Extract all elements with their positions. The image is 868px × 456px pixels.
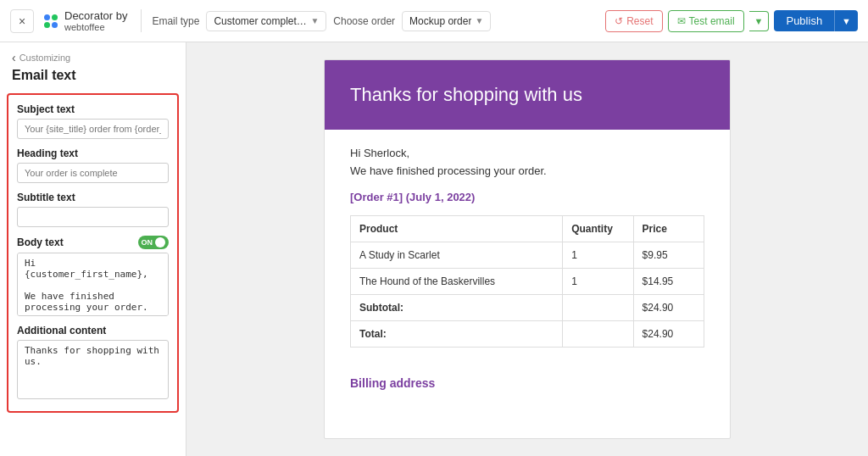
- table-row-subtotal: Subtotal: $24.90: [351, 295, 704, 321]
- heading-label: Heading text: [17, 147, 169, 159]
- email-type-select[interactable]: Customer completed or... ▼: [206, 11, 326, 31]
- choose-order-value: Mockup order: [409, 15, 471, 27]
- body-label-row: Body text ON: [17, 236, 169, 249]
- total-qty: [563, 321, 633, 348]
- additional-textarea[interactable]: Thanks for shopping with us.: [17, 340, 169, 399]
- subject-input[interactable]: [17, 119, 169, 139]
- price-cell: $9.95: [633, 242, 704, 269]
- email-type-chevron: ▼: [310, 16, 319, 25]
- subject-group: Subject text: [17, 103, 169, 139]
- email-body-text: We have finished processing your order.: [350, 164, 704, 177]
- email-greeting: Hi Sherlock,: [350, 147, 704, 159]
- price-cell: $14.95: [633, 269, 704, 295]
- sidebar-title: Email text: [0, 68, 186, 93]
- additional-group: Additional content Thanks for shopping w…: [17, 325, 169, 399]
- preview-area: Thanks for shopping with us Hi Sherlock,…: [186, 42, 868, 456]
- logo-dot-blue: [44, 14, 50, 20]
- choose-order-chevron: ▼: [475, 16, 483, 25]
- subtitle-group: Subtitle text: [17, 192, 169, 227]
- reset-button[interactable]: ↺ Reset: [605, 10, 662, 32]
- main: ‹ Customizing Email text Subject text He…: [0, 42, 868, 456]
- choose-order-select[interactable]: Mockup order ▼: [402, 11, 491, 31]
- subtotal-label: Subtotal:: [351, 295, 563, 321]
- product-cell: A Study in Scarlet: [351, 242, 563, 269]
- topbar-controls: Email type Customer completed or... ▼ Ch…: [152, 11, 595, 31]
- publish-dropdown[interactable]: ▼: [834, 10, 858, 31]
- qty-cell: 1: [563, 269, 633, 295]
- test-email-label: Test email: [689, 15, 735, 27]
- test-email-button[interactable]: ✉ Test email: [668, 10, 744, 32]
- email-type-value: Customer completed or...: [214, 15, 307, 27]
- subtotal-value: $24.90: [633, 295, 704, 321]
- body-group: Body text ON Hi {customer_first_name}, W…: [17, 236, 169, 316]
- logo-dot-green: [52, 14, 58, 20]
- email-body: Hi Sherlock, We have finished processing…: [325, 130, 730, 364]
- test-email-dropdown[interactable]: ▼: [749, 11, 770, 31]
- publish-button[interactable]: Publish: [774, 10, 834, 31]
- reset-label: Reset: [626, 15, 653, 27]
- topbar-actions: ↺ Reset ✉ Test email ▼ Publish ▼: [605, 10, 858, 32]
- email-header: Thanks for shopping with us: [325, 60, 730, 130]
- publish-group: Publish ▼: [774, 10, 858, 31]
- email-type-label: Email type: [152, 15, 199, 27]
- sidebar: ‹ Customizing Email text Subject text He…: [0, 42, 186, 456]
- sidebar-form: Subject text Heading text Subtitle text …: [7, 93, 179, 413]
- toggle-circle: [155, 237, 165, 247]
- brand-logo: [44, 14, 58, 28]
- table-row: A Study in Scarlet 1 $9.95: [351, 242, 704, 269]
- subtitle-label: Subtitle text: [17, 192, 169, 203]
- logo-dot-green2: [44, 22, 50, 28]
- breadcrumb: ‹ Customizing: [0, 42, 186, 68]
- col-product-header: Product: [351, 216, 563, 242]
- email-icon: ✉: [677, 15, 686, 27]
- heading-group: Heading text: [17, 147, 169, 183]
- order-table: Product Quantity Price A Study in Scarle…: [350, 215, 704, 348]
- col-qty-header: Quantity: [563, 216, 633, 242]
- billing-title: Billing address: [350, 376, 704, 390]
- email-card: Thanks for shopping with us Hi Sherlock,…: [324, 59, 731, 439]
- brand: Decorator by webtoffee: [44, 9, 142, 32]
- logo-dot-blue2: [52, 22, 58, 28]
- subject-label: Subject text: [17, 103, 169, 115]
- additional-label: Additional content: [17, 325, 169, 336]
- total-label: Total:: [351, 321, 563, 348]
- topbar: × Decorator by webtoffee Email type Cust…: [0, 0, 868, 42]
- email-header-title: Thanks for shopping with us: [350, 84, 704, 106]
- close-button[interactable]: ×: [10, 9, 34, 33]
- body-label: Body text: [17, 236, 64, 248]
- back-arrow[interactable]: ‹: [12, 51, 16, 64]
- table-row-total: Total: $24.90: [351, 321, 704, 348]
- billing-section: Billing address: [325, 364, 730, 390]
- heading-input[interactable]: [17, 163, 169, 183]
- body-textarea[interactable]: Hi {customer_first_name}, We have finish…: [17, 253, 169, 316]
- col-price-header: Price: [633, 216, 704, 242]
- choose-order-label: Choose order: [333, 15, 395, 27]
- body-toggle[interactable]: ON: [138, 236, 170, 249]
- table-row: The Hound of the Baskervilles 1 $14.95: [351, 269, 704, 295]
- product-cell: The Hound of the Baskervilles: [351, 269, 563, 295]
- brand-text: Decorator by webtoffee: [64, 9, 127, 32]
- subtotal-qty: [563, 295, 633, 321]
- reset-icon: ↺: [615, 15, 623, 27]
- subtitle-input[interactable]: [17, 207, 169, 227]
- publish-label: Publish: [786, 14, 822, 27]
- total-value: $24.90: [633, 321, 704, 348]
- qty-cell: 1: [563, 242, 633, 269]
- order-link[interactable]: [Order #1] (July 1, 2022): [350, 191, 704, 203]
